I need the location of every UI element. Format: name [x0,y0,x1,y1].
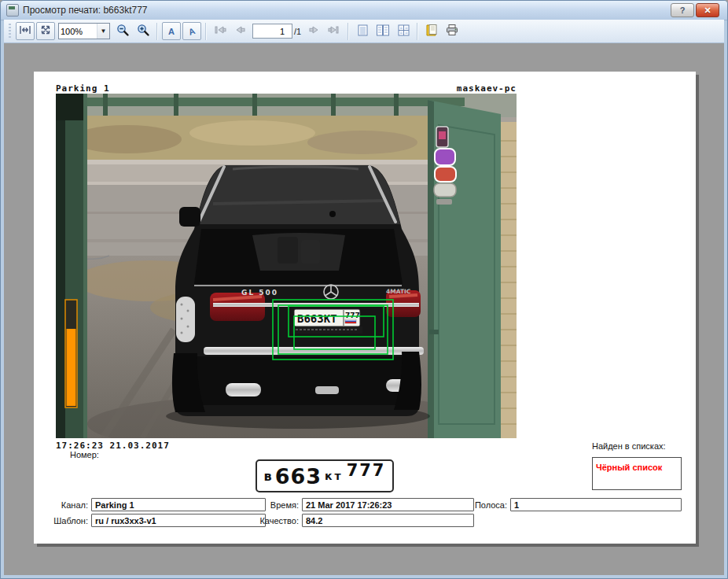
layout-single-page-button[interactable] [353,22,372,40]
car-model-badge: GL 500 [241,289,278,297]
plate-letter-1: в [264,469,272,484]
plate-digits: 663 [275,464,322,489]
next-page-icon [307,24,321,39]
zoom-in-icon [137,24,150,39]
landscape-orientation-icon: A [187,26,197,37]
found-lists-box: Чёрный список [592,457,682,490]
layout-two-pages-icon [376,24,390,39]
toolbar-separator [156,23,158,40]
car: GL 500 4MATIC [166,165,430,429]
landscape-orientation-button[interactable]: A [182,22,201,40]
time-label: Время: [246,500,299,510]
gate-door [428,100,517,438]
quality-overlay-bar [65,300,77,408]
car-4matic-badge: 4MATIC [386,288,411,295]
app-icon [6,4,19,17]
time-value: 21 Mar 2017 17:26:23 [302,498,474,511]
toolbar-separator [417,23,418,40]
plate-letter-2: к [325,470,333,482]
toolbar-grip[interactable] [9,24,11,39]
help-button[interactable]: ? [671,3,694,17]
page-number-input[interactable] [252,24,292,39]
last-page-icon [327,24,341,39]
first-page-button[interactable] [211,22,230,40]
toolbar-separator [205,23,207,40]
photo-plate-region: 777 [345,312,360,319]
print-icon [445,24,459,39]
portrait-orientation-button[interactable]: A [162,22,181,40]
print-button[interactable] [443,22,461,40]
channel-value: Parking 1 [91,498,266,511]
toolbar: ▼ A A [4,20,724,43]
fit-page-icon [39,24,52,39]
last-page-button[interactable] [325,22,344,40]
layout-four-pages-button[interactable] [394,22,413,40]
computer-name-header: maskaev-pc [457,83,517,94]
zoom-combobox[interactable]: ▼ [58,23,110,39]
quality-label: Качество: [246,516,299,526]
layout-four-pages-icon [397,24,410,39]
fit-width-icon [19,24,31,39]
page-setup-button[interactable] [422,22,441,40]
previous-page-icon [233,24,248,39]
template-label: Шаблон: [34,516,88,526]
photo-license-plate: В663КТ 777 [292,309,362,334]
channel-label: Канал: [34,500,88,510]
first-page-icon [213,24,227,39]
number-label: Номер: [70,450,99,459]
close-button[interactable]: ✕ [696,3,719,17]
channel-header: Parking 1 [56,83,110,94]
titlebar: Просмотр печати: b663kt777 ? ✕ [1,1,727,20]
plate-region: 777 [347,461,386,480]
zoom-out-button[interactable] [113,22,132,40]
portrait-orientation-icon: A [168,27,175,36]
layout-single-page-icon [356,24,370,39]
preview-page: Parking 1 maskaev-pc [34,72,696,544]
page-setup-icon [425,24,439,39]
template-value: ru / rux3xx3-v1 [91,514,266,527]
previous-page-button[interactable] [231,22,250,40]
photo-plate-text: В663КТ [297,312,337,325]
found-in-lists-label: Найден в списках: [592,441,666,451]
plate-letter-3: т [335,470,341,482]
zoom-in-button[interactable] [134,22,153,40]
quality-value: 84.2 [302,514,474,527]
zoom-input[interactable] [59,25,97,37]
lane-value: 1 [510,498,682,511]
toolbar-separator [347,23,349,40]
fit-page-button[interactable] [36,22,55,40]
zoom-dropdown-arrow[interactable]: ▼ [97,24,109,39]
camera-photo: GL 500 4MATIC [56,94,517,438]
next-page-button[interactable] [304,22,323,40]
black-list-value: Чёрный список [596,463,662,472]
print-preview-window: Просмотр печати: b663kt777 ? ✕ ▼ [0,0,728,579]
fit-width-button[interactable] [16,22,35,40]
zoom-out-icon [116,24,130,39]
window-title: Просмотр печати: b663kt777 [23,5,148,16]
preview-viewport[interactable]: Parking 1 maskaev-pc [4,43,724,575]
plate-preview: в 663 к т 777 [256,459,394,492]
lane-label: Полоса: [454,500,507,510]
layout-two-pages-button[interactable] [373,22,392,40]
page-total-label: /1 [294,27,301,36]
